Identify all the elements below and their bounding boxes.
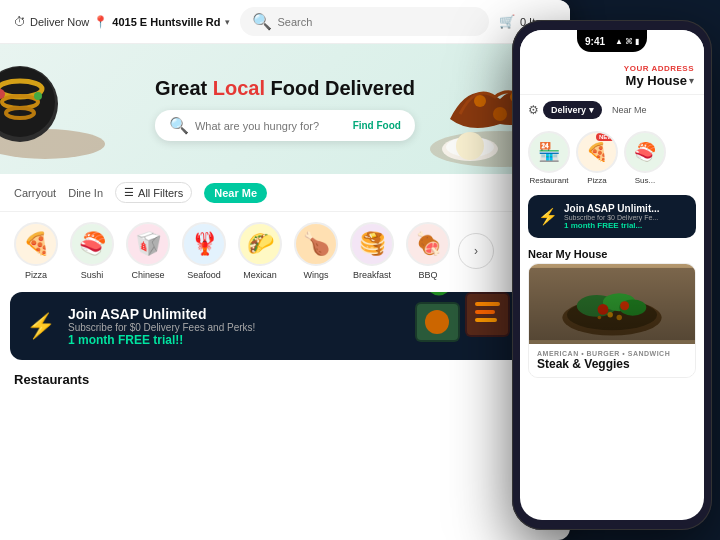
search-icon: 🔍 [252, 12, 272, 31]
category-circle-chinese: 🥡 [126, 222, 170, 266]
category-circle-pizza: 🍕 [14, 222, 58, 266]
phone-categories: 🏪 Restaurant 🍕 NEW Pizza 🍣 Sus... [520, 125, 704, 191]
hero-search-icon: 🔍 [169, 116, 189, 135]
restaurant-name: Steak & Veggies [537, 357, 687, 371]
nav-bar: ⏱ Deliver Now 📍 4015 E Huntsville Rd ▾ 🔍… [0, 0, 570, 44]
phone-cat-sushi[interactable]: 🍣 Sus... [624, 131, 666, 185]
category-item-seafood[interactable]: 🦞 Seafood [178, 222, 230, 280]
hero-title-part1: Great [155, 77, 213, 99]
delivery-label: Delivery [551, 105, 586, 115]
svg-point-7 [34, 92, 42, 100]
category-item-chinese[interactable]: 🥡 Chinese [122, 222, 174, 280]
clock-icon: ⏱ [14, 15, 26, 29]
phone-frame: 9:41 ▲ ⌘ ▮ YOUR ADDRESS My House ▾ ⚙ Del… [512, 20, 712, 530]
phone-near-me-button[interactable]: Near Me [606, 101, 653, 119]
chevron-down-icon: ▾ [225, 17, 230, 27]
svg-rect-22 [475, 302, 500, 306]
promo-banner[interactable]: ⚡ Join ASAP Unlimited Subscribe for $0 D… [10, 292, 560, 360]
phone-address-row[interactable]: My House ▾ [530, 73, 694, 88]
web-panel: ⏱ Deliver Now 📍 4015 E Huntsville Rd ▾ 🔍… [0, 0, 570, 540]
category-label-chinese: Chinese [131, 270, 164, 280]
category-item-breakfast[interactable]: 🥞 Breakfast [346, 222, 398, 280]
category-item-mexican[interactable]: 🌮 Mexican [234, 222, 286, 280]
phone-restaurant-card[interactable]: AMERICAN • BURGER • SANDWICH Steak & Veg… [528, 263, 696, 378]
phone-filter-row: ⚙ Delivery ▾ Near Me [520, 95, 704, 125]
phone-your-address-label: YOUR ADDRESS [530, 64, 694, 73]
category-circle-breakfast: 🥞 [350, 222, 394, 266]
phone-promo-trial: 1 month FREE trial... [564, 221, 686, 230]
category-circle-sushi: 🍣 [70, 222, 114, 266]
deliver-label: Deliver Now [30, 16, 89, 28]
phone-cat-pizza[interactable]: 🍕 NEW Pizza [576, 131, 618, 185]
new-badge: NEW [596, 133, 616, 141]
find-food-button[interactable]: Find Food [353, 120, 401, 131]
restaurant-image-overlay [529, 264, 695, 344]
nav-deliver[interactable]: ⏱ Deliver Now 📍 4015 E Huntsville Rd ▾ [14, 15, 230, 29]
nav-address: 4015 E Huntsville Rd [112, 16, 220, 28]
battery-icon: ▮ [635, 37, 639, 46]
phone-promo-text: Join ASAP Unlimit... Subscribe for $0 De… [564, 203, 686, 230]
phone-cat-circle-restaurant: 🏪 [528, 131, 570, 173]
wifi-icon: ⌘ [625, 37, 633, 46]
svg-point-9 [474, 95, 486, 107]
filter-row: Carryout Dine In ☰ All Filters Near Me [0, 174, 570, 212]
phone-cat-circle-pizza: 🍕 NEW [576, 131, 618, 173]
hero-title-highlight: Local [213, 77, 265, 99]
phone-delivery-button[interactable]: Delivery ▾ [543, 101, 602, 119]
near-me-filter-button[interactable]: Near Me [204, 183, 267, 203]
category-label-bbq: BBQ [418, 270, 437, 280]
svg-rect-24 [475, 318, 497, 322]
category-item-wings[interactable]: 🍗 Wings [290, 222, 342, 280]
phone-filter-icon[interactable]: ⚙ [528, 103, 539, 117]
category-item-pizza[interactable]: 🍕 Pizza [10, 222, 62, 280]
phone-promo-icon: ⚡ [538, 207, 558, 226]
hero-title: Great Local Food Delivered [155, 77, 415, 100]
phone-near-heading: Near My House [520, 242, 704, 263]
restaurants-heading: Restaurants [0, 366, 570, 391]
phone-cat-circle-sushi: 🍣 [624, 131, 666, 173]
hero-title-part2: Food Delivered [265, 77, 415, 99]
category-item-bbq[interactable]: 🍖 BBQ [402, 222, 454, 280]
category-label-wings: Wings [303, 270, 328, 280]
nav-search-bar[interactable]: 🔍 [240, 7, 489, 36]
filter-icon: ☰ [124, 186, 134, 199]
hero-search-input[interactable] [195, 120, 347, 132]
phone-promo-title: Join ASAP Unlimit... [564, 203, 686, 214]
phone-address-chevron: ▾ [689, 75, 694, 86]
category-label-seafood: Seafood [187, 270, 221, 280]
phone-cat-label-pizza: Pizza [587, 176, 607, 185]
category-circle-seafood: 🦞 [182, 222, 226, 266]
hero-food-left [0, 44, 110, 174]
tab-dine-in[interactable]: Dine In [68, 184, 103, 202]
tab-carryout[interactable]: Carryout [14, 184, 56, 202]
category-circle-bbq: 🍖 [406, 222, 450, 266]
phone-promo-banner[interactable]: ⚡ Join ASAP Unlimit... Subscribe for $0 … [528, 195, 696, 238]
category-item-sushi[interactable]: 🍣 Sushi [66, 222, 118, 280]
category-label-breakfast: Breakfast [353, 270, 391, 280]
phone-promo-subtitle: Subscribe for $0 Delivery Fe... [564, 214, 686, 221]
phone-time: 9:41 [585, 36, 605, 47]
phone-status-icons: ▲ ⌘ ▮ [615, 37, 639, 46]
category-label-pizza: Pizza [25, 270, 47, 280]
svg-rect-21 [467, 294, 508, 335]
signal-icon: ▲ [615, 37, 623, 46]
hero-text: Great Local Food Delivered 🔍 Find Food [155, 77, 415, 141]
svg-point-16 [456, 132, 484, 160]
phone-cat-label-restaurant: Restaurant [529, 176, 568, 185]
phone-screen: YOUR ADDRESS My House ▾ ⚙ Delivery ▾ Nea… [520, 30, 704, 520]
hero-search-bar[interactable]: 🔍 Find Food [155, 110, 415, 141]
category-label-sushi: Sushi [81, 270, 104, 280]
search-input[interactable] [278, 16, 477, 28]
phone-cat-label-sushi: Sus... [635, 176, 655, 185]
category-circle-wings: 🍗 [294, 222, 338, 266]
hero-section: Great Local Food Delivered 🔍 Find Food [0, 44, 570, 174]
phone-cat-restaurant[interactable]: 🏪 Restaurant [528, 131, 570, 185]
svg-point-19 [425, 310, 449, 334]
delivery-chevron: ▾ [589, 105, 594, 115]
svg-point-11 [493, 107, 507, 121]
category-next-button[interactable]: › [458, 233, 494, 269]
phone-address-name: My House [626, 73, 687, 88]
category-row: 🍕 Pizza 🍣 Sushi 🥡 Chinese 🦞 Seafood 🌮 [0, 212, 570, 286]
all-filters-button[interactable]: ☰ All Filters [115, 182, 192, 203]
svg-rect-23 [475, 310, 495, 314]
